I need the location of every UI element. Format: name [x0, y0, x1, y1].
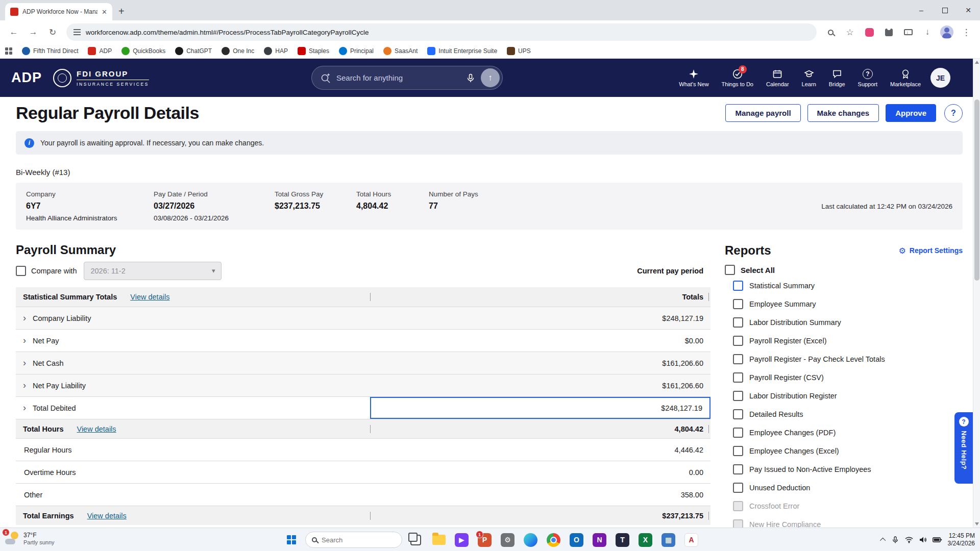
apps-grid-icon[interactable]	[5, 47, 12, 55]
compare-with-checkbox[interactable]	[16, 266, 26, 276]
file-explorer-icon[interactable]	[429, 530, 448, 549]
table-row-overtime-hours[interactable]: Overtime Hours 0.00	[16, 461, 710, 483]
bookmark-fifth-third-direct[interactable]: Fifth Third Direct	[22, 47, 78, 55]
report-checkbox[interactable]	[733, 483, 743, 493]
report-option[interactable]: Statistical Summary	[725, 277, 963, 295]
menu-kebab-icon[interactable]: ⋮	[958, 23, 975, 41]
teams-icon[interactable]: T	[613, 530, 632, 549]
minimize-button[interactable]: –	[910, 0, 933, 20]
scroll-down-arrow[interactable]	[975, 522, 979, 525]
tray-microphone-icon[interactable]	[891, 536, 899, 544]
report-checkbox[interactable]	[733, 391, 743, 401]
report-checkbox[interactable]	[733, 281, 743, 291]
table-row-net-cash[interactable]: ›Net Cash $161,206.60	[16, 352, 710, 374]
compare-period-select[interactable]: 2026: 11-2 ▾	[84, 262, 222, 280]
back-icon[interactable]: ←	[5, 23, 22, 41]
media-player-icon[interactable]: ▶	[452, 530, 471, 549]
start-button[interactable]	[282, 530, 301, 549]
report-option[interactable]: Labor Distribution Summary	[725, 313, 963, 332]
search-input[interactable]	[336, 73, 460, 82]
chrome-icon[interactable]	[544, 530, 563, 549]
table-row-net-pay-liability[interactable]: ›Net Pay Liability $161,206.60	[16, 374, 710, 396]
bookmark-principal[interactable]: Principal	[339, 47, 374, 55]
report-settings-link[interactable]: ⚙ Report Settings	[898, 246, 963, 256]
report-checkbox[interactable]	[733, 464, 743, 474]
excel-icon[interactable]: X	[636, 530, 655, 549]
reload-icon[interactable]: ↻	[44, 23, 61, 41]
report-option[interactable]: Employee Changes (Excel)	[725, 442, 963, 460]
chevron-right-icon[interactable]: ›	[23, 358, 26, 367]
report-option[interactable]: Unused Deduction	[725, 479, 963, 497]
selected-cell[interactable]: $248,127.19	[370, 397, 710, 419]
report-checkbox[interactable]	[733, 354, 743, 364]
bookmark-star-icon[interactable]: ☆	[841, 23, 859, 41]
approve-button[interactable]: Approve	[886, 104, 936, 122]
chevron-right-icon[interactable]: ›	[23, 336, 26, 345]
outlook-icon[interactable]: O	[567, 530, 586, 549]
acrobat-icon[interactable]: A	[682, 530, 701, 549]
bookmark-intuit-enterprise-suite[interactable]: Intuit Enterprise Suite	[427, 47, 497, 55]
bookmark-one-inc[interactable]: One Inc	[222, 47, 254, 55]
report-option[interactable]: Payroll Register - Pay Check Level Total…	[725, 350, 963, 368]
view-details-link[interactable]: View details	[87, 512, 127, 520]
nav-whats-new[interactable]: What's New	[679, 69, 708, 87]
report-checkbox[interactable]	[733, 409, 743, 419]
report-checkbox[interactable]	[733, 317, 743, 328]
weather-widget[interactable]: 1 37°F Partly sunny	[4, 531, 55, 546]
user-avatar[interactable]: JE	[930, 68, 950, 88]
need-help-tab[interactable]: ? Need Help?	[954, 412, 973, 484]
taskbar-clock[interactable]: 12:45 PM 3/24/2026	[948, 532, 975, 547]
scrollbar-thumb[interactable]	[974, 99, 979, 281]
volume-icon[interactable]	[919, 536, 927, 543]
report-checkbox[interactable]	[733, 372, 743, 383]
bookmark-saasant[interactable]: SaasAnt	[383, 47, 418, 55]
microphone-icon[interactable]	[465, 73, 476, 83]
close-button[interactable]: ✕	[957, 0, 980, 20]
table-row-company-liability[interactable]: ›Company Liability $248,127.19	[16, 307, 710, 329]
profile-avatar[interactable]	[938, 23, 955, 41]
nav-things-to-do[interactable]: 8 Things to Do	[722, 69, 753, 87]
make-changes-button[interactable]: Make changes	[807, 104, 879, 122]
chevron-right-icon[interactable]: ›	[23, 381, 26, 390]
table-row-net-pay[interactable]: ›Net Pay $0.00	[16, 329, 710, 352]
select-all-checkbox[interactable]	[725, 265, 735, 275]
pinned-extension-icon[interactable]	[861, 23, 878, 41]
report-option[interactable]: Pay Issued to Non-Active Employees	[725, 460, 963, 479]
search-submit-button[interactable]: ↑	[481, 68, 500, 87]
nav-support[interactable]: ? Support	[858, 69, 878, 87]
chevron-right-icon[interactable]: ›	[23, 403, 26, 412]
nav-bridge[interactable]: Bridge	[829, 69, 845, 87]
report-option[interactable]: Employee Summary	[725, 295, 963, 313]
taskbar-search-input[interactable]	[322, 536, 383, 544]
table-row-regular-hours[interactable]: Regular Hours 4,446.42	[16, 438, 710, 461]
calculator-icon[interactable]: ▦	[659, 530, 678, 549]
nav-calendar[interactable]: Calendar	[766, 69, 789, 87]
chevron-right-icon[interactable]: ›	[23, 313, 26, 322]
report-checkbox[interactable]	[733, 428, 743, 438]
view-details-link[interactable]: View details	[130, 293, 169, 301]
manage-payroll-button[interactable]: Manage payroll	[725, 104, 800, 122]
bookmark-hap[interactable]: HAP	[264, 47, 288, 55]
bookmark-ups[interactable]: UPS	[507, 47, 531, 55]
maximize-button[interactable]	[933, 0, 957, 20]
powerpoint-icon[interactable]: P1	[475, 530, 494, 549]
onenote-icon[interactable]: N	[590, 530, 609, 549]
zoom-icon[interactable]	[822, 23, 839, 41]
forward-icon[interactable]: →	[24, 23, 42, 41]
taskbar-search[interactable]	[305, 532, 402, 548]
report-option[interactable]: Employee Changes (PDF)	[725, 423, 963, 442]
help-button[interactable]: ?	[944, 104, 963, 122]
report-checkbox[interactable]	[733, 299, 743, 309]
tray-overflow-icon[interactable]	[880, 538, 886, 543]
report-checkbox[interactable]	[733, 336, 743, 346]
settings-icon[interactable]: ⚙	[498, 530, 517, 549]
battery-icon[interactable]	[933, 537, 942, 543]
bookmark-staples[interactable]: Staples	[298, 47, 329, 55]
table-row-total-debited[interactable]: ›Total Debited $248,127.19	[16, 396, 710, 419]
bookmark-chatgpt[interactable]: ChatGPT	[175, 47, 212, 55]
page-scrollbar[interactable]	[973, 59, 980, 528]
table-row-other[interactable]: Other 358.00	[16, 483, 710, 506]
global-search[interactable]: ↑	[311, 66, 503, 90]
extensions-puzzle-icon[interactable]	[880, 23, 897, 41]
view-details-link[interactable]: View details	[77, 425, 116, 433]
